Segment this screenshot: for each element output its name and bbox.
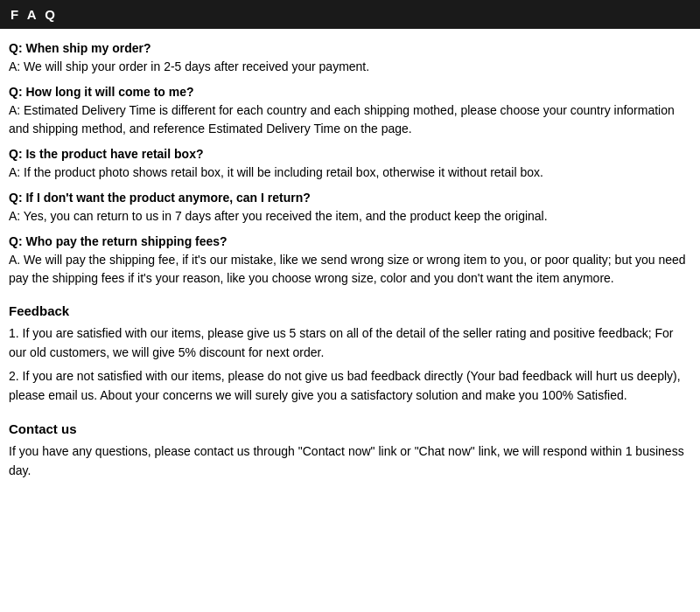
faq-item-2: Q: How long it will come to me? A: Estim… xyxy=(9,85,691,138)
faq-question-3: Q: Is the product have retail box? xyxy=(9,147,691,161)
faq-answer-5: A. We will pay the shipping fee, if it's… xyxy=(9,251,691,288)
faq-question-1: Q: When ship my order? xyxy=(9,41,691,55)
feedback-point-2: 2. If you are not satisfied with our ite… xyxy=(9,366,691,406)
faq-question-4: Q: If I don't want the product anymore, … xyxy=(9,191,691,205)
feedback-title: Feedback xyxy=(9,303,691,318)
feedback-section: Feedback 1. If you are satisfied with ou… xyxy=(9,303,691,406)
main-content: Q: When ship my order? A: We will ship y… xyxy=(0,41,700,480)
faq-item-1: Q: When ship my order? A: We will ship y… xyxy=(9,41,691,76)
faq-question-5: Q: Who pay the return shipping fees? xyxy=(9,234,691,248)
faq-answer-4: A: Yes, you can return to us in 7 days a… xyxy=(9,207,691,226)
faq-item-4: Q: If I don't want the product anymore, … xyxy=(9,191,691,226)
faq-item-5: Q: Who pay the return shipping fees? A. … xyxy=(9,234,691,288)
faq-title: F A Q xyxy=(10,7,58,22)
feedback-content: 1. If you are satisfied with our items, … xyxy=(9,323,691,406)
contact-text: If you have any questions, please contac… xyxy=(9,442,691,481)
faq-header: F A Q xyxy=(0,0,700,29)
faq-answer-1: A: We will ship your order in 2-5 days a… xyxy=(9,58,691,76)
faq-question-2: Q: How long it will come to me? xyxy=(9,85,691,99)
contact-title: Contact us xyxy=(9,421,691,436)
faq-answer-3: A: If the product photo shows retail box… xyxy=(9,163,691,182)
feedback-point-1: 1. If you are satisfied with our items, … xyxy=(9,323,691,363)
faq-answer-2: A: Estimated Delivery Time is different … xyxy=(9,101,691,138)
faq-item-3: Q: Is the product have retail box? A: If… xyxy=(9,147,691,182)
contact-section: Contact us If you have any questions, pl… xyxy=(9,421,691,481)
